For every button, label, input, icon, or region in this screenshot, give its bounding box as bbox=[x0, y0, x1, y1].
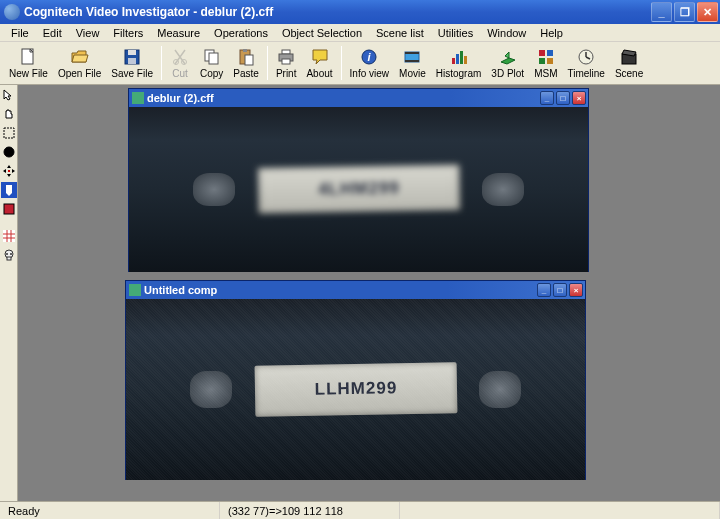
open-file-button[interactable]: Open File bbox=[53, 47, 106, 79]
child-close-button[interactable]: × bbox=[572, 91, 586, 105]
new-file-icon bbox=[18, 47, 38, 67]
vehicle-image-blurred: 4LHM299 bbox=[129, 107, 588, 272]
move-tool[interactable] bbox=[1, 163, 17, 179]
msm-button[interactable]: MSM bbox=[529, 47, 562, 79]
menu-view[interactable]: View bbox=[69, 25, 107, 41]
minimize-button[interactable]: _ bbox=[651, 2, 672, 22]
image-viewport[interactable]: 4LHM299 bbox=[129, 107, 588, 272]
close-button[interactable]: ✕ bbox=[697, 2, 718, 22]
maximize-button[interactable]: ❐ bbox=[674, 2, 695, 22]
cut-button[interactable]: Cut bbox=[165, 47, 195, 79]
child-title-bar[interactable]: deblur (2).cff _ □ × bbox=[129, 89, 588, 107]
main-toolbar: New File Open File Save File Cut Copy Pa… bbox=[0, 42, 720, 85]
3d-plot-button[interactable]: 3D Plot bbox=[486, 47, 529, 79]
svg-rect-18 bbox=[405, 60, 419, 62]
rect-select-tool[interactable] bbox=[1, 125, 17, 141]
copy-button[interactable]: Copy bbox=[195, 47, 228, 79]
svg-rect-24 bbox=[547, 50, 553, 56]
svg-rect-13 bbox=[282, 59, 290, 64]
new-file-button[interactable]: New File bbox=[4, 47, 53, 79]
status-coord: (332 77)=>109 112 118 bbox=[220, 502, 400, 519]
about-icon bbox=[310, 47, 330, 67]
menu-window[interactable]: Window bbox=[480, 25, 533, 41]
child-window-comp[interactable]: Untitled comp _ □ × LLHM299 bbox=[125, 280, 586, 480]
scene-icon bbox=[619, 47, 639, 67]
title-bar: Cognitech Video Investigator - deblur (2… bbox=[0, 0, 720, 24]
vehicle-image-processed: LLHM299 bbox=[126, 299, 585, 480]
svg-rect-9 bbox=[243, 49, 247, 52]
hand-tool[interactable] bbox=[1, 106, 17, 122]
child-icon bbox=[132, 92, 144, 104]
child-maximize-button[interactable]: □ bbox=[553, 283, 567, 297]
child-title: deblur (2).cff bbox=[147, 92, 538, 104]
histogram-button[interactable]: Histogram bbox=[431, 47, 487, 79]
child-window-deblur[interactable]: deblur (2).cff _ □ × 4LHM299 bbox=[128, 88, 589, 272]
menu-measure[interactable]: Measure bbox=[150, 25, 207, 41]
svg-rect-31 bbox=[8, 170, 10, 172]
cut-icon bbox=[170, 47, 190, 67]
skull-tool[interactable] bbox=[1, 247, 17, 263]
status-spacer bbox=[400, 502, 720, 519]
menu-filters[interactable]: Filters bbox=[106, 25, 150, 41]
child-close-button[interactable]: × bbox=[569, 283, 583, 297]
child-minimize-button[interactable]: _ bbox=[540, 91, 554, 105]
3d-plot-icon bbox=[498, 47, 518, 67]
mdi-area: deblur (2).cff _ □ × 4LHM299 Untitled co… bbox=[18, 85, 720, 501]
svg-point-37 bbox=[10, 253, 12, 255]
tail-light-right bbox=[482, 173, 523, 206]
region-tool[interactable] bbox=[1, 201, 17, 217]
save-file-icon bbox=[122, 47, 142, 67]
noise-overlay bbox=[126, 299, 585, 480]
svg-rect-11 bbox=[282, 50, 290, 54]
svg-rect-38 bbox=[7, 257, 11, 260]
pointer-tool[interactable] bbox=[1, 87, 17, 103]
menu-file[interactable]: File bbox=[4, 25, 36, 41]
save-file-button[interactable]: Save File bbox=[106, 47, 158, 79]
timeline-icon bbox=[576, 47, 596, 67]
svg-rect-7 bbox=[209, 53, 218, 64]
menu-edit[interactable]: Edit bbox=[36, 25, 69, 41]
about-button[interactable]: About bbox=[301, 47, 337, 79]
status-ready: Ready bbox=[0, 502, 220, 519]
info-view-button[interactable]: iInfo view bbox=[345, 47, 394, 79]
svg-rect-2 bbox=[128, 50, 136, 55]
child-maximize-button[interactable]: □ bbox=[556, 91, 570, 105]
work-area: deblur (2).cff _ □ × 4LHM299 Untitled co… bbox=[0, 85, 720, 501]
svg-rect-22 bbox=[464, 56, 467, 64]
svg-rect-17 bbox=[405, 52, 419, 54]
svg-point-30 bbox=[4, 147, 14, 157]
svg-rect-25 bbox=[539, 58, 545, 64]
menu-utilities[interactable]: Utilities bbox=[431, 25, 480, 41]
child-minimize-button[interactable]: _ bbox=[537, 283, 551, 297]
image-viewport[interactable]: LLHM299 bbox=[126, 299, 585, 480]
scene-button[interactable]: Scene bbox=[610, 47, 648, 79]
movie-button[interactable]: Movie bbox=[394, 47, 431, 79]
svg-point-36 bbox=[6, 253, 8, 255]
svg-rect-23 bbox=[539, 50, 545, 56]
marker-tool[interactable] bbox=[1, 182, 17, 198]
menu-scene-list[interactable]: Scene list bbox=[369, 25, 431, 41]
app-icon bbox=[4, 4, 20, 20]
window-title: Cognitech Video Investigator - deblur (2… bbox=[24, 5, 649, 19]
ellipse-select-tool[interactable] bbox=[1, 144, 17, 160]
copy-icon bbox=[202, 47, 222, 67]
timeline-button[interactable]: Timeline bbox=[562, 47, 609, 79]
menu-operations[interactable]: Operations bbox=[207, 25, 275, 41]
print-icon bbox=[276, 47, 296, 67]
svg-rect-10 bbox=[245, 55, 253, 65]
license-plate: 4LHM299 bbox=[257, 165, 460, 215]
toolbar-separator bbox=[161, 46, 162, 80]
menu-help[interactable]: Help bbox=[533, 25, 570, 41]
child-title-bar[interactable]: Untitled comp _ □ × bbox=[126, 281, 585, 299]
child-icon bbox=[129, 284, 141, 296]
svg-rect-32 bbox=[6, 185, 12, 193]
paste-button[interactable]: Paste bbox=[228, 47, 264, 79]
msm-icon bbox=[536, 47, 556, 67]
grid-tool[interactable] bbox=[1, 228, 17, 244]
svg-rect-20 bbox=[456, 54, 459, 64]
menu-object-selection[interactable]: Object Selection bbox=[275, 25, 369, 41]
child-title: Untitled comp bbox=[144, 284, 535, 296]
print-button[interactable]: Print bbox=[271, 47, 302, 79]
paste-icon bbox=[236, 47, 256, 67]
movie-icon bbox=[402, 47, 422, 67]
